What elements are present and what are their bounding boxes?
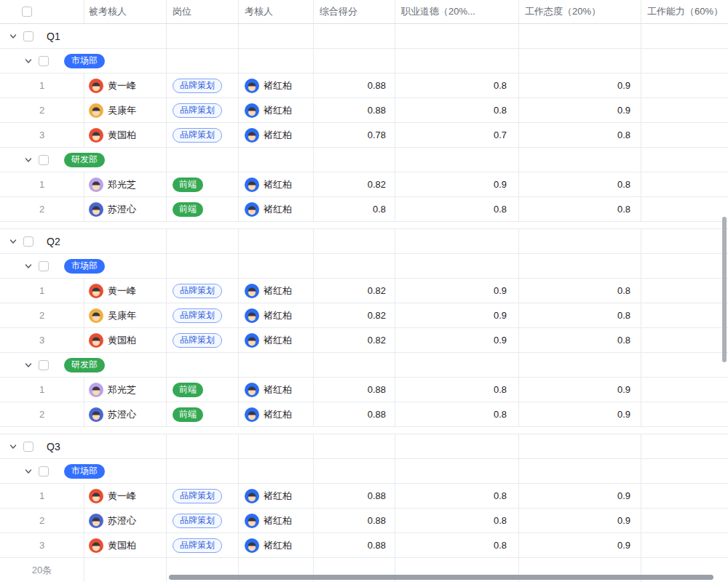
empty-cell [238,254,313,278]
group-checkbox[interactable] [39,466,49,477]
group-checkbox[interactable] [39,56,49,66]
avatar [89,79,103,93]
assessee-name: 黄一峰 [108,490,136,503]
position-cell: 品牌策划 [166,509,238,533]
assessor-name: 褚红柏 [264,383,292,396]
overall-score-cell: 0.88 [313,402,395,426]
empty-cell [641,24,728,48]
assessee-cell: 苏澄心 [84,509,166,533]
empty-cell [395,459,518,483]
group-separator [0,427,728,434]
chevron-down-icon[interactable] [24,156,33,164]
empty-cell [641,229,728,253]
assessee-name: 苏澄心 [108,203,136,216]
assessee-name: 黄一峰 [108,79,136,92]
chevron-down-icon[interactable] [9,442,17,451]
department-group-row[interactable]: 市场部 [0,254,728,279]
overall-score-cell: 0.78 [313,123,395,147]
avatar [245,103,259,118]
empty-cell [166,434,238,458]
position-cell: 品牌策划 [166,98,238,122]
quarter-group-row[interactable]: Q3 [0,434,728,459]
avatar [245,308,259,323]
table-body: Q1市场部1黄一峰品牌策划褚红柏0.880.80.92吴康年品牌策划褚红柏0.8… [0,24,728,558]
empty-cell [166,229,238,253]
header-ability[interactable]: 工作能力（60%） [641,0,728,23]
department-group-row[interactable]: 市场部 [0,49,728,73]
chevron-down-icon[interactable] [24,57,33,65]
empty-cell [395,434,518,458]
header-assessor[interactable]: 考核人 [238,0,313,23]
empty-cell [238,459,313,483]
table-row[interactable]: 1郑光芝前端褚红柏0.880.80.9 [0,378,728,402]
department-badge: 研发部 [64,153,105,167]
empty-cell [518,49,641,73]
department-group-row[interactable]: 市场部 [0,459,728,484]
assessor-name: 褚红柏 [264,178,292,191]
avatar [89,284,103,298]
chevron-down-icon[interactable] [24,361,33,370]
department-group-cell: 市场部 [0,254,166,278]
avatar [89,128,103,143]
header-assessee[interactable]: 被考核人 [84,0,166,23]
table-row[interactable]: 3黄国柏品牌策划褚红柏0.880.80.9 [0,533,728,558]
group-checkbox[interactable] [23,236,33,247]
assessee-cell: 郑光芝 [84,172,166,196]
header-ethics[interactable]: 职业道德（20%... [395,0,518,23]
horizontal-scrollbar[interactable] [169,575,713,580]
table-row[interactable]: 2吴康年品牌策划褚红柏0.880.80.9 [0,98,728,123]
group-checkbox[interactable] [23,442,33,452]
select-all-checkbox[interactable] [22,7,32,17]
ethics-score-cell: 0.8 [395,378,518,402]
group-checkbox[interactable] [39,360,49,370]
empty-cell [313,254,395,278]
group-checkbox[interactable] [39,261,49,271]
table-row[interactable]: 2苏澄心前端褚红柏0.80.80.8 [0,197,728,222]
vertical-scrollbar[interactable] [722,217,727,362]
header-attitude-label: 工作态度（20%） [525,5,601,18]
overall-score-cell: 0.88 [313,484,395,508]
header-position[interactable]: 岗位 [166,0,238,23]
table-row[interactable]: 1郑光芝前端褚红柏0.820.90.8 [0,172,728,197]
empty-cell [518,24,641,48]
ability-score-cell [641,303,728,327]
empty-cell [238,229,313,253]
table-row[interactable]: 2苏澄心前端褚红柏0.880.80.9 [0,402,728,427]
table-row[interactable]: 3黄国柏品牌策划褚红柏0.820.90.8 [0,328,728,353]
overall-score-cell: 0.82 [313,303,395,327]
chevron-down-icon[interactable] [24,262,33,271]
ability-score-cell [641,279,728,303]
assessee-name: 苏澄心 [108,408,136,421]
assessee-cell: 黄一峰 [84,279,166,303]
chevron-down-icon[interactable] [9,237,17,246]
quarter-group-row[interactable]: Q2 [0,229,728,254]
assessee-cell: 黄一峰 [84,484,166,508]
position-cell: 品牌策划 [166,533,238,557]
chevron-down-icon[interactable] [24,467,33,476]
table-row[interactable]: 2吴康年品牌策划褚红柏0.820.90.8 [0,303,728,328]
assessor-cell: 褚红柏 [238,402,313,426]
assessee-cell: 黄国柏 [84,123,166,147]
avatar [89,514,103,528]
empty-cell [641,353,728,377]
chevron-down-icon[interactable] [9,32,17,41]
empty-cell [518,459,641,483]
row-index: 1 [0,484,84,508]
overall-score-cell: 0.88 [313,533,395,557]
table-row[interactable]: 2苏澄心品牌策划褚红柏0.880.80.9 [0,509,728,533]
department-group-row[interactable]: 研发部 [0,353,728,378]
header-position-label: 岗位 [173,5,191,18]
empty-cell [313,434,395,458]
table-row[interactable]: 3黄国柏品牌策划褚红柏0.780.70.8 [0,123,728,148]
group-checkbox[interactable] [23,31,33,41]
table-row[interactable]: 1黄一峰品牌策划褚红柏0.880.80.9 [0,484,728,509]
department-group-row[interactable]: 研发部 [0,148,728,172]
quarter-group-row[interactable]: Q1 [0,24,728,49]
group-checkbox[interactable] [39,155,49,165]
table-row[interactable]: 1黄一峰品牌策划褚红柏0.820.90.8 [0,279,728,303]
header-attitude[interactable]: 工作态度（20%） [518,0,641,23]
ethics-score-cell: 0.8 [395,73,518,97]
header-score[interactable]: 综合得分 [313,0,395,23]
assessor-name: 褚红柏 [264,129,292,142]
table-row[interactable]: 1黄一峰品牌策划褚红柏0.880.80.9 [0,73,728,98]
